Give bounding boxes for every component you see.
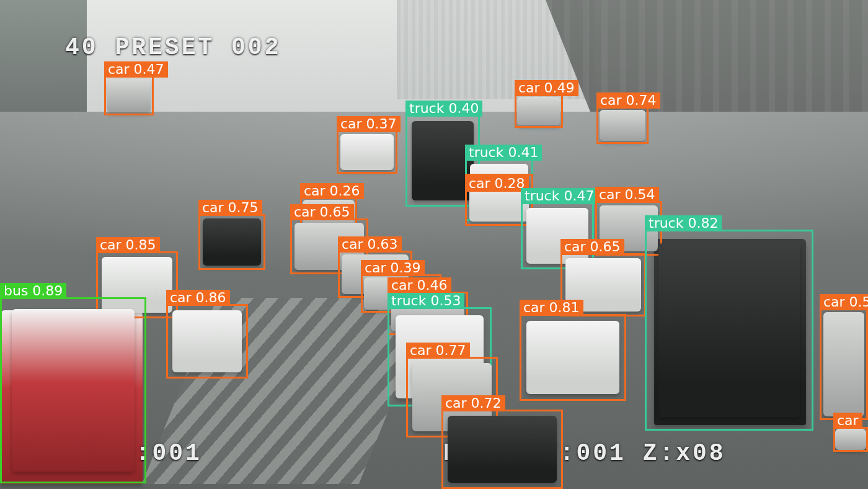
detection-label: car 0.52 bbox=[820, 294, 868, 310]
detection-label: car 0.81 bbox=[520, 300, 583, 316]
detection-label: car 0.74 bbox=[596, 92, 660, 109]
detection-label: car 0.86 bbox=[166, 290, 230, 306]
detection-label: car 0.65 bbox=[290, 204, 354, 220]
detection-label: car 0.75 bbox=[198, 200, 262, 216]
detection-car-4: car 0.37 bbox=[337, 130, 397, 174]
detection-car-3: car 0.86 bbox=[166, 304, 248, 379]
detection-label: truck 0.53 bbox=[388, 293, 464, 309]
detection-label: truck 0.47 bbox=[521, 188, 598, 204]
camera-osd-preset: 40 PRESET 002 bbox=[65, 34, 281, 61]
detection-label: car 0.85 bbox=[96, 237, 160, 253]
detection-scene: 40 PRESET 002 ID:001 P:276 T:001 Z:x08 c… bbox=[0, 0, 868, 489]
detection-label: truck 0.82 bbox=[645, 215, 722, 231]
detection-car-12: car 0.72 bbox=[441, 410, 563, 489]
detection-car-23: car 0.52 bbox=[820, 308, 868, 420]
detection-label: car 0.47 bbox=[104, 61, 168, 78]
detection-label: bus 0.89 bbox=[0, 283, 66, 299]
detection-label: truck 0.40 bbox=[405, 101, 482, 117]
detection-label: car 0.54 bbox=[595, 187, 659, 203]
detection-bus-25: bus 0.89 bbox=[0, 297, 146, 483]
detection-truck-20: truck 0.82 bbox=[645, 230, 813, 431]
detection-car-21: car 0.49 bbox=[515, 94, 563, 128]
detection-label: car 0.65 bbox=[560, 239, 624, 255]
detection-car-1: car 0.75 bbox=[198, 214, 265, 270]
detection-label: car 0.39 bbox=[361, 260, 425, 276]
detection-car-22: car 0.74 bbox=[596, 107, 649, 144]
detection-label: truck 0.41 bbox=[465, 145, 542, 161]
detection-label: car bbox=[833, 413, 862, 429]
detection-label: car 0.63 bbox=[338, 236, 402, 253]
detection-label: car 0.77 bbox=[406, 343, 470, 359]
detection-label: car 0.37 bbox=[337, 116, 401, 132]
detection-label: car 0.46 bbox=[388, 277, 451, 294]
detection-car-0: car 0.47 bbox=[104, 76, 154, 115]
detection-car-19: car 0.81 bbox=[520, 314, 626, 401]
detection-label: car 0.28 bbox=[465, 176, 529, 192]
detection-label: car 0.49 bbox=[515, 80, 578, 96]
detection-car-24: car bbox=[833, 427, 868, 452]
detection-label: car 0.26 bbox=[300, 183, 364, 199]
detection-label: car 0.72 bbox=[441, 395, 505, 411]
